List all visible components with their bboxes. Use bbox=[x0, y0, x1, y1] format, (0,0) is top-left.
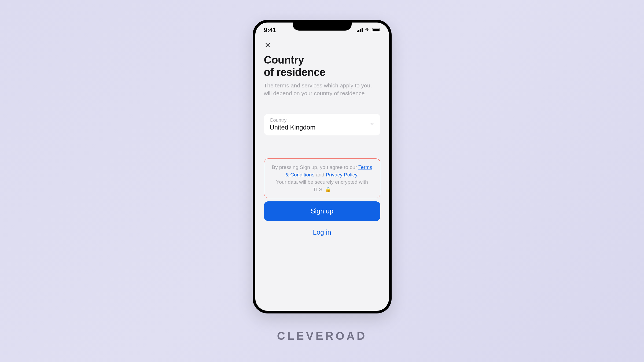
login-link[interactable]: Log in bbox=[264, 228, 380, 236]
status-time: 9:41 bbox=[264, 27, 276, 34]
screen-content: Country of residence The terms and servi… bbox=[255, 36, 389, 242]
terms-connector: and bbox=[314, 172, 326, 178]
privacy-policy-link[interactable]: Privacy Policy bbox=[326, 172, 357, 178]
page-title: Country of residence bbox=[264, 54, 380, 78]
signal-icon bbox=[357, 28, 363, 32]
terms-text: By pressing Sign up, you agree to our Te… bbox=[271, 164, 374, 193]
wifi-icon bbox=[365, 28, 370, 33]
country-select-content: Country United Kingdom bbox=[270, 117, 316, 131]
terms-box: By pressing Sign up, you agree to our Te… bbox=[264, 158, 380, 198]
status-icons bbox=[357, 28, 380, 33]
phone-screen: 9:41 bbox=[255, 23, 389, 311]
phone-frame: 9:41 bbox=[253, 20, 392, 313]
title-line-2: of residence bbox=[264, 66, 326, 78]
country-select-label: Country bbox=[270, 117, 316, 123]
phone-notch bbox=[293, 20, 352, 31]
signup-button[interactable]: Sign up bbox=[264, 201, 380, 221]
country-select[interactable]: Country United Kingdom bbox=[264, 114, 380, 135]
title-line-1: Country bbox=[264, 54, 304, 66]
close-icon bbox=[265, 42, 271, 48]
page-subtitle: The terms and services which apply to yo… bbox=[264, 82, 380, 97]
terms-encryption: Your data will be securely encrypted wit… bbox=[276, 179, 368, 192]
terms-period: . bbox=[357, 172, 358, 178]
brand-label: CLEVEROAD bbox=[277, 330, 367, 342]
lock-icon: 🔒 bbox=[325, 187, 331, 192]
country-select-value: United Kingdom bbox=[270, 124, 316, 131]
chevron-down-icon bbox=[370, 121, 374, 127]
close-button[interactable] bbox=[264, 41, 271, 49]
terms-prefix: By pressing Sign up, you agree to our bbox=[272, 164, 358, 170]
battery-icon bbox=[372, 28, 380, 32]
